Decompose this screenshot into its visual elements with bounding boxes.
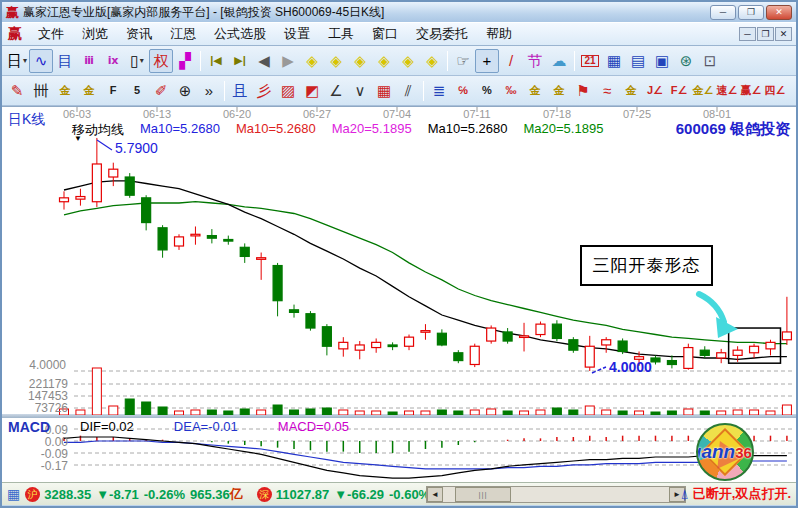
child-minimize-button[interactable]: ─ — [739, 27, 756, 41]
grid9-button[interactable]: ▦ — [372, 79, 396, 103]
calculator-button[interactable]: ▦ — [602, 49, 626, 73]
win-angle-icon: 赢∠ — [741, 85, 762, 96]
trendline-button[interactable]: / — [499, 49, 523, 73]
menu-item[interactable]: 浏览 — [74, 23, 116, 45]
child-restore-button[interactable]: ❐ — [757, 27, 774, 41]
gold-angle-button[interactable]: 金∠ — [691, 79, 715, 103]
info-list-button[interactable]: 目 — [53, 49, 77, 73]
menu-item[interactable]: 江恩 — [162, 23, 204, 45]
flag-pen-button[interactable]: ⚑ — [571, 79, 595, 103]
gann-box-button[interactable]: ▨ — [276, 79, 300, 103]
gann-market-button[interactable]: 节 — [523, 49, 547, 73]
exright-button[interactable]: 权 — [149, 49, 173, 73]
draw-pen-button[interactable]: ✎ — [5, 79, 29, 103]
menu-item[interactable]: 公式选股 — [206, 23, 274, 45]
wave9-button[interactable]: ⅸ — [101, 49, 125, 73]
scrollbar-thumb[interactable]: ||| — [455, 487, 511, 502]
prev-button[interactable]: ◀ — [252, 49, 276, 73]
zigzag-button[interactable]: ∨ — [348, 79, 372, 103]
drag-hand-button[interactable]: ☞ — [451, 49, 475, 73]
first-page-button[interactable]: |◀ — [204, 49, 228, 73]
timeshare-chart-button[interactable]: ∿ — [29, 49, 53, 73]
volume-chart-button[interactable]: ▞ — [173, 49, 197, 73]
gann-fan-button[interactable]: 彡 — [252, 79, 276, 103]
menu-item[interactable]: 窗口 — [364, 23, 406, 45]
wave-ruler-button[interactable]: ≈ — [595, 79, 619, 103]
remote-button[interactable]: ⊡ — [698, 49, 722, 73]
scroll-left-button[interactable]: ◄ — [427, 487, 443, 502]
menu-item[interactable]: 资讯 — [118, 23, 160, 45]
diamond-right-icon: ◈ — [330, 53, 342, 68]
period-day-button[interactable]: 日▾ — [5, 49, 29, 73]
quote-table-icon[interactable]: ▦ — [7, 486, 20, 502]
menu-item[interactable]: 帮助 — [478, 23, 520, 45]
candle-style-button[interactable]: ▯▾ — [125, 49, 149, 73]
grid-lines-button[interactable]: 卌 — [29, 79, 53, 103]
last-page-button[interactable]: ▶| — [228, 49, 252, 73]
notes-button[interactable]: ▤ — [626, 49, 650, 73]
fib-grid-button[interactable]: F — [101, 79, 125, 103]
diamond-expand-button[interactable]: ◈ — [348, 49, 372, 73]
prev-icon: ◀ — [258, 53, 270, 68]
brush-button[interactable]: ✐ — [149, 79, 173, 103]
more-draw-button[interactable]: » — [197, 79, 221, 103]
permille-button[interactable]: ‰ — [499, 79, 523, 103]
gold-line-button[interactable]: 金 — [547, 79, 571, 103]
net-sync-button[interactable]: ⊛ — [674, 49, 698, 73]
menu-item[interactable]: 工具 — [320, 23, 362, 45]
ai-analysis-button[interactable]: ☁ — [547, 49, 571, 73]
speed-angle-button[interactable]: 速∠ — [715, 79, 739, 103]
diamond-right-button[interactable]: ◈ — [324, 49, 348, 73]
maximize-button[interactable]: ❐ — [738, 5, 764, 20]
date-tick-label: 07-18 — [543, 108, 571, 120]
percent-icon: % — [482, 85, 492, 96]
calendar-button[interactable]: 21 — [578, 49, 602, 73]
gold-grid-button[interactable]: 金 — [53, 79, 77, 103]
kline-chart-panel: 日K线 ▼ 移动均线Ma10=5.2680Ma10=5.2680Ma20=5.1… — [2, 106, 796, 414]
horizontal-scrollbar[interactable]: ◄ ||| ► — [426, 486, 686, 503]
menu-item[interactable]: 设置 — [276, 23, 318, 45]
wave9-icon: ⅸ — [108, 55, 119, 66]
four-angle-button[interactable]: 四∠ — [763, 79, 787, 103]
box-measure-button[interactable]: 且 — [228, 79, 252, 103]
date-tick-label: 06-27 — [303, 108, 331, 120]
macd-legend: MACD DIF=0.02 DEA=-0.01 MACD=0.05 — [8, 419, 349, 435]
close-button[interactable]: ✕ — [766, 5, 792, 20]
child-close-button[interactable]: ✕ — [775, 27, 792, 41]
gold-vline-button[interactable]: 金 — [619, 79, 643, 103]
percent-button[interactable]: % — [475, 79, 499, 103]
menu-item[interactable]: 交易委托 — [408, 23, 476, 45]
minimize-button[interactable]: ─ — [710, 5, 736, 20]
crosshair-button[interactable]: + — [475, 49, 499, 73]
stats-button[interactable]: ≣ — [427, 79, 451, 103]
app-logo-icon: 赢 — [6, 6, 19, 19]
next-button[interactable]: ▶ — [276, 49, 300, 73]
gold-grid2-button[interactable]: 金 — [77, 79, 101, 103]
wave3-button[interactable]: ⅲ — [77, 49, 101, 73]
win-angle-button[interactable]: 赢∠ — [739, 79, 763, 103]
connection-status[interactable]: ⍋ 已断开,双点打开. — [672, 485, 791, 503]
period-day-icon: 日 — [7, 53, 22, 68]
diamond-hzoom-button[interactable]: ◈ — [396, 49, 420, 73]
channel-button[interactable]: ⫽ — [396, 79, 420, 103]
menu-item[interactable]: 文件 — [30, 23, 72, 45]
gann-square-button[interactable]: ◩ — [300, 79, 324, 103]
cycle-circle-button[interactable]: ⊕ — [173, 79, 197, 103]
diamond-left-button[interactable]: ◈ — [300, 49, 324, 73]
four-angle-icon: 四∠ — [765, 85, 786, 96]
angle-line-button[interactable]: ∠ — [324, 79, 348, 103]
j-angle-button[interactable]: J∠ — [643, 79, 667, 103]
sh-index-amount: 965.36 — [190, 487, 230, 502]
date-tick-label: 07-04 — [383, 108, 411, 120]
save-button[interactable]: ▣ — [650, 49, 674, 73]
sz-index-value: 11027.87 — [276, 487, 330, 502]
shanghai-index-summary[interactable]: 沪 3288.35 ▼-8.71 -0.26% 965.36 亿 — [25, 485, 242, 503]
f-angle-button[interactable]: F∠ — [667, 79, 691, 103]
diamond-vzoom-button[interactable]: ◈ — [420, 49, 444, 73]
wave5-grid-button[interactable]: 5 — [125, 79, 149, 103]
percent-retrace-button[interactable]: ℅ — [451, 79, 475, 103]
diamond-collapse-button[interactable]: ◈ — [372, 49, 396, 73]
macd-axis-label: -0.17 — [4, 459, 68, 473]
high-price-label: 5.7900 — [115, 140, 158, 156]
gold-circle-button[interactable]: 金 — [523, 79, 547, 103]
